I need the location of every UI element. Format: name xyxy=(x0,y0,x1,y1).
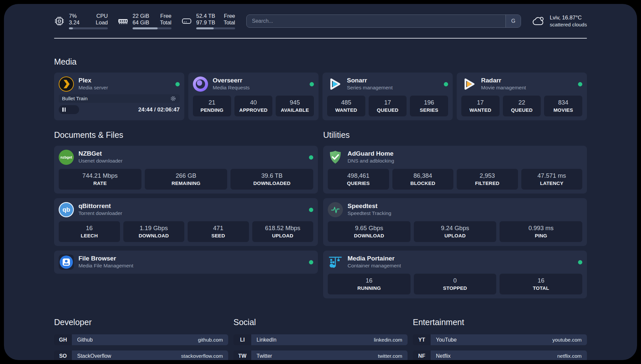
stat-upload: 9.24 Gbps UPLOAD xyxy=(414,221,497,242)
stat-wanted: 17 WANTED xyxy=(461,96,500,116)
disk-free-label: Free xyxy=(224,13,235,19)
playback-played-pill xyxy=(59,105,79,114)
app-card-plex[interactable]: Plex Media server Bullet Train xyxy=(54,73,184,120)
app-card-portainer[interactable]: Media Portainer Container management 16 … xyxy=(323,251,587,298)
stat-queries: 498,461 QUERIES xyxy=(328,169,389,190)
section-title-developer: Developer xyxy=(54,318,228,327)
bookmark-stackoverflow[interactable]: SO StackOverflow stackoverflow.com xyxy=(54,350,228,360)
app-description: DNS and adblocking xyxy=(348,157,394,165)
plex-now-playing: Bullet Train 24:44 / 02:06:47 xyxy=(59,94,180,114)
status-dot xyxy=(578,260,582,264)
disk-total-label: Total xyxy=(224,19,235,26)
section-title-documents: Documents & Files xyxy=(54,130,318,140)
app-card-sonarr[interactable]: Sonarr Series management 485 WANTED 17 Q… xyxy=(322,73,453,120)
header-divider xyxy=(54,38,587,39)
weather-widget[interactable]: Lviv, 16.87°C scattered clouds xyxy=(532,14,587,28)
app-name: qBittorrent xyxy=(78,202,122,210)
stat-upload: 618.52 Mbps UPLOAD xyxy=(252,221,314,242)
status-dot xyxy=(310,82,314,86)
app-description: Movie management xyxy=(481,84,526,91)
cpu-progress-bar xyxy=(69,27,108,29)
weather-condition: scattered clouds xyxy=(550,21,587,28)
stat-queued: 17 QUEUED xyxy=(369,96,407,116)
cpu-icon xyxy=(54,16,65,26)
cloud-icon xyxy=(532,15,545,28)
qbittorrent-icon: qb xyxy=(59,202,74,217)
app-description: Media File Management xyxy=(78,262,133,269)
media-grid: Plex Media server Bullet Train xyxy=(54,73,587,120)
search-engine-button[interactable]: G xyxy=(505,15,521,27)
nzbget-icon: nzbget xyxy=(59,150,74,165)
app-name: Sonarr xyxy=(347,77,393,84)
stat-series: 196 SERIES xyxy=(410,96,448,116)
stat-blocked: 86,384 BLOCKED xyxy=(392,169,454,190)
bookmark-linkedin[interactable]: LI LinkedIn linkedin.com xyxy=(233,334,408,345)
app-card-filebrowser[interactable]: File Browser Media File Management xyxy=(54,251,318,274)
bookmark-tag: NF xyxy=(413,350,431,360)
status-dot xyxy=(444,82,448,86)
search-input[interactable] xyxy=(247,15,505,27)
stat-remaining: 266 GB REMAINING xyxy=(145,169,228,190)
cpu-usage: 7% xyxy=(69,13,79,19)
app-name: Radarr xyxy=(481,77,526,84)
entertainment-column: Entertainment YT YouTube youtube.com NF … xyxy=(413,318,587,360)
status-dot xyxy=(175,82,180,86)
app-name: File Browser xyxy=(78,255,133,262)
bookmark-tag: YT xyxy=(413,334,431,345)
stat-available: 945 AVAILABLE xyxy=(276,96,314,116)
pause-icon xyxy=(62,107,64,112)
section-title-entertainment: Entertainment xyxy=(413,318,587,327)
weather-location: Lviv, 16.87°C xyxy=(550,14,587,21)
memory-free-value: 22 GiB xyxy=(133,13,149,19)
bookmark-github[interactable]: GH Github github.com xyxy=(54,334,228,345)
sonarr-icon xyxy=(327,76,342,92)
app-description: Series management xyxy=(347,84,393,91)
playback-progress[interactable]: 24:44 / 02:06:47 xyxy=(59,105,180,114)
bookmark-url: youtube.com xyxy=(552,337,582,343)
bookmark-netflix[interactable]: NF Netflix netflix.com xyxy=(413,350,587,360)
app-card-adguard[interactable]: AdGuard Home DNS and adblocking 498,461 … xyxy=(323,146,587,194)
app-card-nzbget[interactable]: nzbget NZBGet Usenet downloader 744.21 M… xyxy=(54,146,318,194)
app-name: Plex xyxy=(78,77,108,84)
cpu-label: CPU xyxy=(96,13,108,19)
app-card-overseerr[interactable]: Overseerr Media Requests 21 PENDING 40 A… xyxy=(188,73,319,120)
stat-rate: 744.21 Mbps RATE xyxy=(59,169,141,190)
app-card-speedtest[interactable]: Speedtest Speedtest Tracking 9.65 Gbps D… xyxy=(323,198,587,246)
bookmark-url: stackoverflow.com xyxy=(181,353,223,359)
header: 7% 3.24 CPU Load xyxy=(54,13,587,29)
bookmark-url: github.com xyxy=(198,337,223,343)
disk-free-value: 52.4 TB xyxy=(196,13,215,19)
app-name: AdGuard Home xyxy=(348,150,394,157)
bookmark-youtube[interactable]: YT YouTube youtube.com xyxy=(413,334,587,345)
plex-icon xyxy=(59,76,74,92)
stat-latency: 47.571 ms LATENCY xyxy=(521,169,583,190)
dashboard-frame: 7% 3.24 CPU Load xyxy=(4,4,637,360)
bookmark-url: linkedin.com xyxy=(374,337,402,343)
bookmark-name: Netflix xyxy=(436,353,450,359)
memory-total-value: 64 GiB xyxy=(133,19,149,26)
bookmark-name: Github xyxy=(77,337,93,343)
app-description: Media server xyxy=(78,84,108,91)
disk-progress-bar xyxy=(196,27,235,29)
disk-icon xyxy=(181,16,192,26)
bookmark-name: Twitter xyxy=(257,353,272,359)
search-bar[interactable]: G xyxy=(246,15,521,28)
gear-icon[interactable] xyxy=(170,95,176,102)
utilities-column: Utilities xyxy=(323,130,587,298)
stat-download: 9.65 Gbps DOWNLOAD xyxy=(328,221,411,242)
bookmark-twitter[interactable]: TW Twitter twitter.com xyxy=(233,350,408,360)
memory-free-label: Free xyxy=(160,13,171,19)
status-dot xyxy=(578,82,582,86)
app-description: Usenet downloader xyxy=(78,157,123,165)
bookmark-url: netflix.com xyxy=(557,353,582,359)
stat-queued: 22 QUEUED xyxy=(503,96,541,116)
section-title-media: Media xyxy=(54,57,587,67)
app-card-radarr[interactable]: Radarr Movie management 17 WANTED 22 QUE… xyxy=(457,73,587,120)
app-name: Speedtest xyxy=(348,202,391,210)
documents-column: Documents & Files nzbget NZBGet Usenet d… xyxy=(54,130,318,298)
app-card-qbittorrent[interactable]: qb qBittorrent Torrent downloader 16 xyxy=(54,198,318,246)
bookmark-name: StackOverflow xyxy=(77,353,111,359)
stat-pending: 21 PENDING xyxy=(193,96,231,116)
bookmark-tag: GH xyxy=(54,334,72,345)
memory-icon xyxy=(118,16,128,26)
